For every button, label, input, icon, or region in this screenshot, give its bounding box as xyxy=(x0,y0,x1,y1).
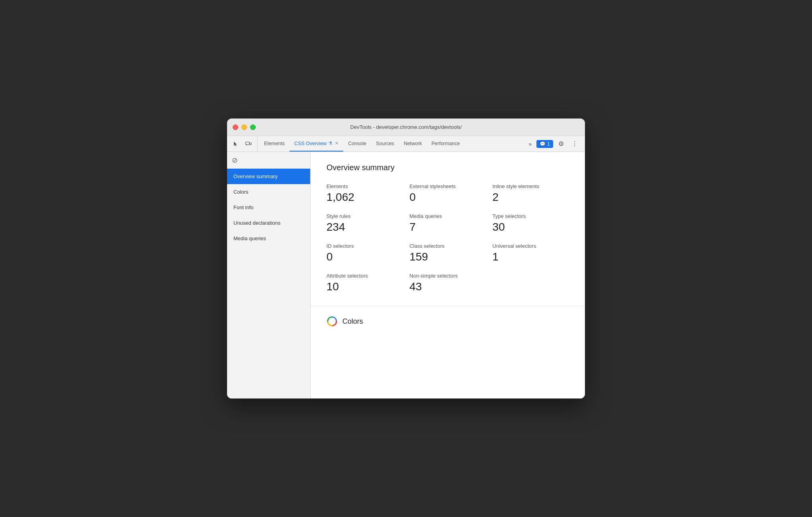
stat-id-selectors: ID selectors 0 xyxy=(326,243,403,263)
more-tabs-button[interactable]: » xyxy=(526,139,534,149)
stat-external-stylesheets-label: External stylesheets xyxy=(410,183,486,189)
devtools-body: ⊘ Overview summary Colors Font info Unus… xyxy=(227,152,585,398)
colors-section-title: Colors xyxy=(342,317,363,326)
svg-rect-1 xyxy=(250,143,251,145)
stat-type-selectors: Type selectors 30 xyxy=(492,213,569,233)
tab-elements-label: Elements xyxy=(264,141,285,146)
stat-external-stylesheets-value: 0 xyxy=(410,191,486,204)
stat-id-selectors-value: 0 xyxy=(326,251,403,263)
stat-style-rules: Style rules 234 xyxy=(326,213,403,233)
google-ring-icon xyxy=(326,316,338,327)
tab-network[interactable]: Network xyxy=(399,136,427,152)
stat-inline-style-label: Inline style elements xyxy=(492,183,569,189)
stat-id-selectors-label: ID selectors xyxy=(326,243,403,249)
stat-media-queries-label: Media queries xyxy=(410,213,486,219)
block-icon[interactable]: ⊘ xyxy=(232,156,238,165)
sidebar-item-overview-summary[interactable]: Overview summary xyxy=(227,169,310,184)
stats-grid: Elements 1,062 External stylesheets 0 In… xyxy=(326,183,569,293)
stat-non-simple-selectors: Non-simple selectors 43 xyxy=(410,273,486,293)
stat-universal-selectors: Universal selectors 1 xyxy=(492,243,569,263)
minimize-button[interactable] xyxy=(241,124,247,130)
settings-button[interactable]: ⚙ xyxy=(556,138,567,150)
tabbar: Elements CSS Overview ⚗ ✕ Console Source… xyxy=(227,136,585,152)
device-icon[interactable] xyxy=(243,138,254,150)
stat-media-queries-value: 7 xyxy=(410,221,486,233)
colors-header: Colors xyxy=(326,316,569,327)
sidebar-top: ⊘ xyxy=(227,152,310,169)
stat-class-selectors-value: 159 xyxy=(410,251,486,263)
stat-style-rules-value: 234 xyxy=(326,221,403,233)
main-content[interactable]: Overview summary Elements 1,062 External… xyxy=(311,152,585,398)
colors-section: Colors xyxy=(311,306,585,336)
sidebar-item-media-queries[interactable]: Media queries xyxy=(227,231,310,246)
window-title: DevTools - developer.chrome.com/tags/dev… xyxy=(350,124,462,130)
more-options-button[interactable]: ⋮ xyxy=(569,138,580,150)
titlebar: DevTools - developer.chrome.com/tags/dev… xyxy=(227,119,585,136)
stat-elements-value: 1,062 xyxy=(326,191,403,204)
tab-console[interactable]: Console xyxy=(343,136,371,152)
close-tab-icon[interactable]: ✕ xyxy=(335,141,338,146)
stat-style-rules-label: Style rules xyxy=(326,213,403,219)
sidebar-item-unused-declarations[interactable]: Unused declarations xyxy=(227,215,310,231)
stat-inline-style: Inline style elements 2 xyxy=(492,183,569,204)
overview-summary-section: Overview summary Elements 1,062 External… xyxy=(311,152,585,306)
tab-network-label: Network xyxy=(404,141,422,146)
stat-attribute-selectors-value: 10 xyxy=(326,280,403,293)
stat-non-simple-selectors-value: 43 xyxy=(410,280,486,293)
tab-right-controls: » 💬 1 ⚙ ⋮ xyxy=(525,136,582,152)
stat-inline-style-value: 2 xyxy=(492,191,569,204)
stat-elements: Elements 1,062 xyxy=(326,183,403,204)
stat-type-selectors-value: 30 xyxy=(492,221,569,233)
chat-icon: 💬 xyxy=(540,141,546,147)
tab-performance-label: Performance xyxy=(431,141,460,146)
stat-class-selectors: Class selectors 159 xyxy=(410,243,486,263)
sidebar: ⊘ Overview summary Colors Font info Unus… xyxy=(227,152,311,398)
stat-universal-selectors-value: 1 xyxy=(492,251,569,263)
overview-summary-title: Overview summary xyxy=(326,163,569,172)
tab-console-label: Console xyxy=(348,141,366,146)
tab-sources-label: Sources xyxy=(376,141,394,146)
devtools-window: DevTools - developer.chrome.com/tags/dev… xyxy=(227,119,585,398)
devtools-icons xyxy=(230,136,258,152)
sidebar-item-colors[interactable]: Colors xyxy=(227,184,310,200)
tab-css-overview-label: CSS Overview xyxy=(294,141,326,146)
tab-performance[interactable]: Performance xyxy=(427,136,465,152)
maximize-button[interactable] xyxy=(250,124,256,130)
sidebar-item-font-info[interactable]: Font info xyxy=(227,200,310,215)
flask-icon: ⚗ xyxy=(328,141,332,146)
chat-badge-button[interactable]: 💬 1 xyxy=(536,140,553,148)
tab-elements[interactable]: Elements xyxy=(259,136,289,152)
stat-media-queries: Media queries 7 xyxy=(410,213,486,233)
cursor-icon[interactable] xyxy=(230,138,241,150)
stat-class-selectors-label: Class selectors xyxy=(410,243,486,249)
stat-elements-label: Elements xyxy=(326,183,403,189)
tab-css-overview[interactable]: CSS Overview ⚗ ✕ xyxy=(289,136,343,152)
stat-universal-selectors-label: Universal selectors xyxy=(492,243,569,249)
tab-sources[interactable]: Sources xyxy=(371,136,399,152)
stat-non-simple-selectors-label: Non-simple selectors xyxy=(410,273,486,279)
close-button[interactable] xyxy=(233,124,238,130)
traffic-lights xyxy=(233,124,256,130)
stat-external-stylesheets: External stylesheets 0 xyxy=(410,183,486,204)
stat-attribute-selectors-label: Attribute selectors xyxy=(326,273,403,279)
chat-count: 1 xyxy=(547,141,550,147)
stat-type-selectors-label: Type selectors xyxy=(492,213,569,219)
stat-attribute-selectors: Attribute selectors 10 xyxy=(326,273,403,293)
